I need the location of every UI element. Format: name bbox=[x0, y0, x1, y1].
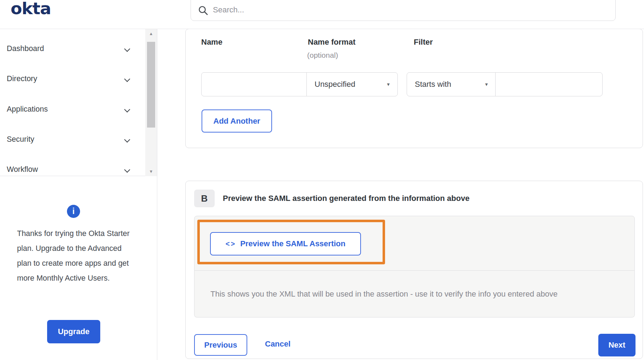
sidebar-item-applications[interactable]: Applications bbox=[0, 94, 144, 124]
global-search bbox=[191, 0, 616, 21]
sidebar-item-security[interactable]: Security bbox=[0, 124, 144, 154]
upgrade-button[interactable]: Upgrade bbox=[47, 320, 100, 343]
sidebar-nav: Dashboard Directory Applications Securit… bbox=[0, 29, 157, 176]
info-icon: i bbox=[67, 205, 80, 218]
filter-value-input[interactable] bbox=[496, 73, 602, 96]
sidebar-item-label: Security bbox=[7, 135, 34, 144]
chevron-down-icon bbox=[125, 46, 130, 52]
sidebar-item-dashboard[interactable]: Dashboard bbox=[0, 34, 144, 64]
filter-input-wrap bbox=[495, 72, 603, 96]
name-input-wrap bbox=[201, 72, 307, 96]
search-icon bbox=[198, 5, 209, 16]
step-b-badge: B bbox=[194, 190, 215, 207]
sidebar-item-label: Dashboard bbox=[7, 44, 44, 53]
name-column-label: Name bbox=[201, 38, 222, 47]
sidebar-item-label: Workflow bbox=[7, 165, 38, 174]
chevron-down-icon bbox=[125, 107, 130, 112]
top-header: okta bbox=[0, 0, 644, 29]
preview-hint-panel: This shows you the XML that will be used… bbox=[194, 271, 635, 317]
caret-down-icon: ▾ bbox=[387, 81, 390, 88]
sidebar-item-label: Directory bbox=[7, 74, 37, 83]
preview-action-panel: <> Preview the SAML Assertion bbox=[194, 216, 635, 271]
preview-button-label: Preview the SAML Assertion bbox=[240, 239, 345, 248]
sidebar-scrollbar[interactable]: ▲ ▼ bbox=[145, 29, 157, 176]
preview-saml-card: B Preview the SAML assertion generated f… bbox=[185, 181, 643, 359]
okta-admin-page: okta Dashboard Directory Applications bbox=[0, 0, 644, 360]
scroll-up-icon[interactable]: ▲ bbox=[145, 30, 157, 38]
search-input[interactable] bbox=[212, 2, 602, 17]
filter-column-label: Filter bbox=[414, 38, 433, 47]
scrollbar-thumb[interactable] bbox=[147, 42, 155, 128]
preview-hint-text: This shows you the XML that will be used… bbox=[210, 289, 558, 299]
previous-button[interactable]: Previous bbox=[194, 334, 247, 356]
okta-logo: okta bbox=[11, 0, 51, 18]
name-format-column-label: Name format bbox=[308, 38, 355, 47]
chevron-down-icon bbox=[125, 76, 130, 82]
sidebar-item-label: Applications bbox=[7, 105, 48, 114]
scroll-down-icon[interactable]: ▼ bbox=[145, 168, 157, 175]
code-icon: <> bbox=[226, 240, 236, 248]
cancel-link[interactable]: Cancel bbox=[265, 339, 290, 349]
filter-operator-select[interactable]: Starts with ▾ bbox=[407, 72, 496, 96]
section-b-title: Preview the SAML assertion generated fro… bbox=[223, 194, 469, 203]
optional-label: (optional) bbox=[307, 51, 338, 60]
name-input[interactable] bbox=[202, 73, 307, 96]
add-another-button[interactable]: Add Another bbox=[202, 109, 272, 133]
filter-operator-value: Starts with bbox=[415, 80, 451, 89]
upsell-message: Thanks for trying the Okta Starter plan.… bbox=[17, 226, 134, 286]
sidebar-item-workflow[interactable]: Workflow bbox=[0, 154, 144, 185]
name-format-value: Unspecified bbox=[315, 80, 355, 89]
sidebar-item-directory[interactable]: Directory bbox=[0, 64, 144, 94]
preview-saml-assertion-button[interactable]: <> Preview the SAML Assertion bbox=[210, 232, 361, 255]
next-button[interactable]: Next bbox=[598, 334, 635, 356]
chevron-down-icon bbox=[125, 167, 130, 173]
attribute-statements-card: Name Name format (optional) Filter Unspe… bbox=[185, 29, 643, 148]
caret-down-icon: ▾ bbox=[485, 81, 488, 88]
name-format-select[interactable]: Unspecified ▾ bbox=[306, 72, 398, 96]
chevron-down-icon bbox=[125, 137, 130, 142]
sidebar: Dashboard Directory Applications Securit… bbox=[0, 29, 157, 360]
